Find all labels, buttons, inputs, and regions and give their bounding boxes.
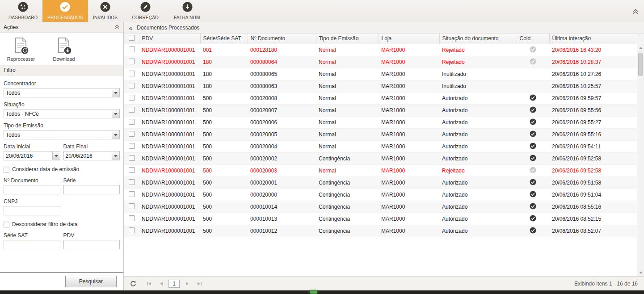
page-number-input[interactable]: 1 — [168, 280, 180, 288]
tab-dashboard[interactable]: DASHBOARD — [4, 0, 42, 22]
scroll-up-icon[interactable] — [637, 44, 644, 51]
chevron-down-icon[interactable] — [112, 109, 119, 118]
vertical-scrollbar[interactable] — [637, 44, 644, 276]
select-all-header-cell[interactable] — [124, 34, 139, 44]
row-select-cell[interactable] — [124, 152, 139, 164]
serie-input[interactable] — [63, 185, 120, 194]
row-checkbox[interactable] — [129, 215, 135, 221]
row-checkbox[interactable] — [129, 155, 135, 161]
pdv-input[interactable] — [63, 240, 120, 249]
column-header[interactable]: Situação do documento — [439, 34, 517, 44]
pencil-circle-icon — [140, 2, 151, 14]
row-select-cell[interactable] — [124, 116, 139, 128]
previous-page-icon[interactable] — [156, 279, 165, 288]
row-checkbox[interactable] — [129, 71, 135, 76]
reprocess-button[interactable]: Reprocessar — [6, 37, 36, 62]
row-select-cell[interactable] — [124, 189, 139, 201]
row-checkbox[interactable] — [129, 59, 135, 64]
refresh-icon[interactable] — [129, 279, 138, 288]
row-checkbox[interactable] — [129, 143, 135, 149]
first-page-icon[interactable] — [144, 279, 153, 288]
tab-falha-num[interactable]: FALHA NUM. — [169, 0, 206, 22]
tab-correcao[interactable]: CORREÇÃO — [127, 0, 164, 22]
collapse-actions-icon[interactable] — [114, 24, 120, 30]
checkbox[interactable] — [4, 167, 9, 172]
tipo-emissao-select[interactable]: Todos — [4, 130, 120, 139]
row-select-cell[interactable] — [124, 128, 139, 140]
next-page-icon[interactable] — [183, 279, 192, 288]
cell-ultima-interacao: 20/06/2016 09:55:56 — [549, 104, 637, 116]
table-row[interactable]: NDDMAR1000001001500000010013Contingência… — [124, 213, 637, 225]
last-page-icon[interactable] — [195, 279, 204, 288]
table-row[interactable]: NDDMAR1000001001500000020001Contingência… — [124, 176, 637, 189]
concentrador-select[interactable]: Todos — [4, 88, 120, 97]
scroll-down-icon[interactable] — [637, 269, 644, 276]
situacao-select[interactable]: Todos - NFCe — [4, 109, 120, 118]
table-row[interactable]: NDDMAR1000001001500000010012Contingência… — [124, 225, 637, 237]
considerar-data-emissao-checkbox-row[interactable]: Considerar data de emissão — [4, 166, 120, 172]
table-row[interactable]: NDDMAR1000001001500000020008NormalMAR100… — [124, 92, 637, 104]
row-checkbox[interactable] — [129, 95, 135, 101]
row-select-cell[interactable] — [124, 56, 139, 68]
row-checkbox[interactable] — [129, 167, 135, 173]
table-row[interactable]: NDDMAR1000001001500000020007NormalMAR100… — [124, 104, 637, 116]
table-row[interactable]: NDDMAR1000001001500000020000Contingência… — [124, 189, 637, 201]
table-row[interactable]: NDDMAR1000001001500000010014Contingência… — [124, 201, 637, 213]
table-row[interactable]: NDDMAR1000001001500000020006NormalMAR100… — [124, 116, 637, 128]
table-row[interactable]: NDDMAR1000001001500000020004NormalMAR100… — [124, 140, 637, 152]
row-select-cell[interactable] — [124, 201, 139, 213]
row-select-cell[interactable] — [124, 68, 139, 80]
chevron-down-icon[interactable] — [52, 151, 60, 160]
row-checkbox[interactable] — [129, 107, 135, 113]
column-header[interactable]: PDV — [139, 34, 200, 44]
row-select-cell[interactable] — [124, 164, 139, 176]
checkbox[interactable] — [4, 222, 9, 227]
chevron-down-icon[interactable] — [112, 151, 119, 160]
tab-invalidos[interactable]: INVÁLIDOS — [88, 0, 123, 22]
collapse-sidebar-icon[interactable]: « — [129, 25, 132, 31]
row-checkbox[interactable] — [129, 46, 135, 52]
column-header[interactable]: Última interação — [549, 34, 637, 44]
row-checkbox[interactable] — [129, 119, 135, 125]
tab-processados[interactable]: PROCESSADOS — [42, 0, 88, 22]
row-checkbox[interactable] — [129, 83, 135, 88]
table-row[interactable]: NDDMAR1000001001180000080065NormalMAR100… — [124, 68, 637, 80]
num-documento-input[interactable] — [4, 185, 60, 194]
table-row[interactable]: NDDMAR1000001001500000020002Contingência… — [124, 152, 637, 164]
data-inicial-picker[interactable]: 20/06/2016 — [4, 151, 60, 160]
row-select-cell[interactable] — [124, 44, 139, 56]
chevron-down-icon[interactable] — [112, 88, 119, 97]
row-checkbox[interactable] — [129, 203, 135, 209]
row-select-cell[interactable] — [124, 80, 139, 92]
column-header[interactable]: Nº Documento — [248, 34, 316, 44]
scrollbar-thumb[interactable] — [638, 53, 643, 76]
row-select-cell[interactable] — [124, 225, 139, 237]
row-checkbox[interactable] — [129, 191, 135, 197]
table-row[interactable]: NDDMAR1000001001180000080064NormalMAR100… — [124, 56, 637, 68]
row-select-cell[interactable] — [124, 213, 139, 225]
cnpj-input[interactable] — [4, 206, 60, 215]
row-select-cell[interactable] — [124, 176, 139, 189]
row-checkbox[interactable] — [129, 131, 135, 137]
column-header[interactable]: Série/Série SAT — [200, 34, 248, 44]
collapse-ribbon-icon[interactable] — [632, 8, 639, 16]
download-button[interactable]: Download — [49, 37, 79, 62]
search-button[interactable]: Pesquisar — [65, 276, 117, 287]
desconsiderar-filtro-checkbox-row[interactable]: Desconsiderar filtro de data — [4, 221, 120, 227]
chevron-down-icon[interactable] — [112, 130, 119, 139]
data-final-picker[interactable]: 20/06/2016 — [63, 151, 120, 160]
column-header[interactable]: Cold — [517, 34, 549, 44]
table-row[interactable]: NDDMAR1000001001500000020005NormalMAR100… — [124, 128, 637, 140]
row-checkbox[interactable] — [129, 179, 135, 185]
row-select-cell[interactable] — [124, 104, 139, 116]
row-select-cell[interactable] — [124, 92, 139, 104]
serie-sat-input[interactable] — [4, 240, 60, 249]
select-all-checkbox[interactable] — [129, 35, 135, 41]
column-header[interactable]: Tipo de Emissão — [316, 34, 379, 44]
row-checkbox[interactable] — [129, 227, 135, 233]
table-row[interactable]: NDDMAR1000001001180000080063NormalMAR100… — [124, 80, 637, 92]
table-row[interactable]: NDDMAR1000001001001000128180NormalMAR100… — [124, 44, 637, 56]
column-header[interactable]: Loja — [379, 34, 439, 44]
row-select-cell[interactable] — [124, 140, 139, 152]
table-row[interactable]: NDDMAR1000001001500000020003NormalMAR100… — [124, 164, 637, 176]
